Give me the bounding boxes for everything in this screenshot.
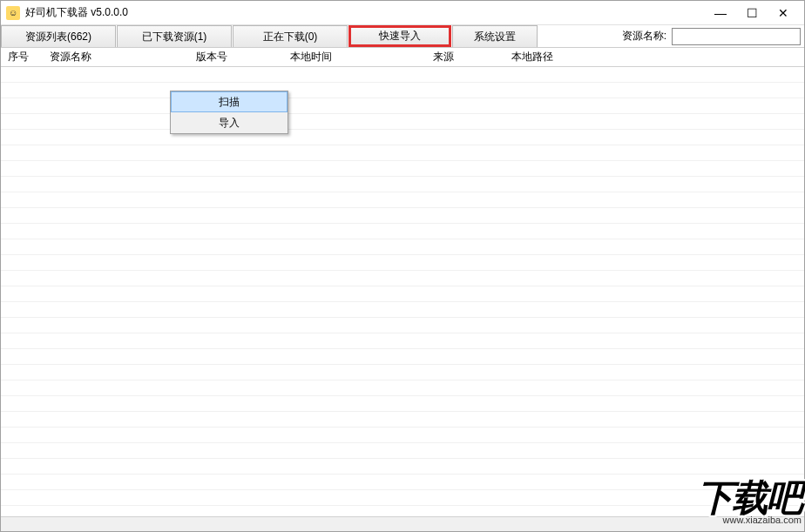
list-row[interactable] xyxy=(1,177,804,192)
col-local-time[interactable]: 本地时间 xyxy=(283,50,426,64)
list-row[interactable] xyxy=(1,83,804,98)
toolbar: 资源列表(662) 已下载资源(1) 正在下载(0) 快速导入 系统设置 资源名… xyxy=(1,25,804,48)
list-row[interactable] xyxy=(1,239,804,255)
list-row[interactable] xyxy=(1,459,804,475)
tab-quick-import[interactable]: 快速导入 xyxy=(348,25,451,47)
window-controls: — ☐ ✕ xyxy=(705,1,799,25)
list-row[interactable] xyxy=(1,380,804,396)
minimize-button[interactable]: — xyxy=(705,1,736,25)
tab-downloading[interactable]: 正在下载(0) xyxy=(233,25,348,47)
titlebar[interactable]: ☺ 好司机下载器 v5.0.0.0 — ☐ ✕ xyxy=(1,1,804,25)
list-row[interactable] xyxy=(1,130,804,145)
context-menu: 扫描 导入 xyxy=(170,91,288,134)
app-icon: ☺ xyxy=(6,6,20,20)
list-row[interactable] xyxy=(1,365,804,380)
toolbar-spacer xyxy=(538,25,617,47)
menu-import[interactable]: 导入 xyxy=(171,112,288,133)
tab-system-settings[interactable]: 系统设置 xyxy=(452,25,538,47)
list-row[interactable] xyxy=(1,192,804,208)
list-row[interactable] xyxy=(1,145,804,161)
menu-scan[interactable]: 扫描 xyxy=(171,91,288,112)
col-local-path[interactable]: 本地路径 xyxy=(504,50,804,64)
list-row[interactable] xyxy=(1,318,804,333)
list-row[interactable] xyxy=(1,271,804,286)
search-label: 资源名称: xyxy=(617,25,672,47)
list-row[interactable] xyxy=(1,286,804,302)
app-window: ☺ 好司机下载器 v5.0.0.0 — ☐ ✕ 资源列表(662) 已下载资源(… xyxy=(0,0,805,532)
rows-container xyxy=(1,67,804,516)
col-seq[interactable]: 序号 xyxy=(1,50,43,64)
list-row[interactable] xyxy=(1,114,804,130)
tab-resource-list[interactable]: 资源列表(662) xyxy=(1,25,116,47)
list-row[interactable] xyxy=(1,475,804,490)
horizontal-scrollbar[interactable] xyxy=(1,516,804,531)
column-headers: 序号 资源名称 版本号 本地时间 来源 本地路径 xyxy=(1,48,804,67)
list-row[interactable] xyxy=(1,333,804,349)
list-row[interactable] xyxy=(1,443,804,459)
list-row[interactable] xyxy=(1,412,804,428)
list-row[interactable] xyxy=(1,255,804,271)
list-row[interactable] xyxy=(1,67,804,83)
list-row[interactable] xyxy=(1,98,804,114)
list-area[interactable]: 扫描 导入 xyxy=(1,67,804,531)
list-row[interactable] xyxy=(1,349,804,365)
list-row[interactable] xyxy=(1,396,804,412)
list-row[interactable] xyxy=(1,224,804,239)
list-row[interactable] xyxy=(1,208,804,224)
list-row[interactable] xyxy=(1,161,804,177)
list-row[interactable] xyxy=(1,490,804,506)
list-row[interactable] xyxy=(1,428,804,443)
col-name[interactable]: 资源名称 xyxy=(43,50,189,64)
col-source[interactable]: 来源 xyxy=(426,50,504,64)
search-input[interactable] xyxy=(672,28,801,45)
maximize-button[interactable]: ☐ xyxy=(736,1,768,25)
window-title: 好司机下载器 v5.0.0.0 xyxy=(25,5,705,20)
close-button[interactable]: ✕ xyxy=(768,1,799,25)
tab-downloaded[interactable]: 已下载资源(1) xyxy=(117,25,232,47)
col-version[interactable]: 版本号 xyxy=(189,50,283,64)
list-row[interactable] xyxy=(1,302,804,318)
